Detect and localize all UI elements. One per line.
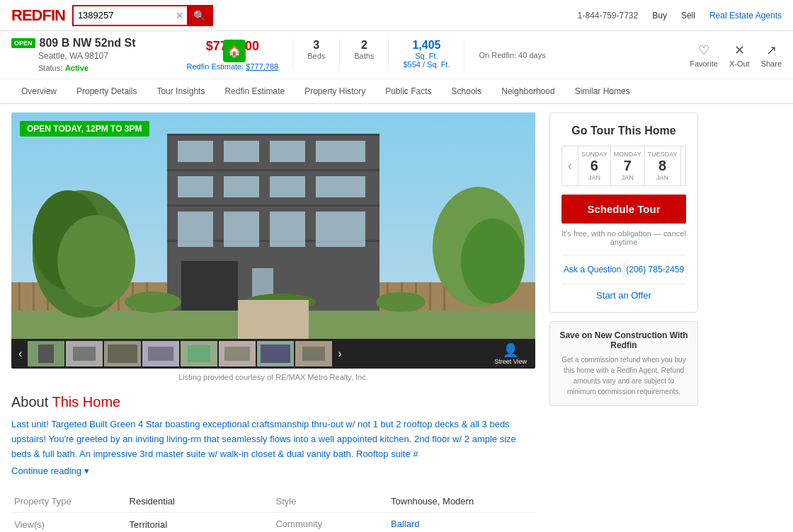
svg-rect-10 bbox=[316, 141, 365, 162]
open-today-badge: OPEN TODAY, 12PM TO 3PM bbox=[20, 121, 149, 137]
date-day-label: MONDAY bbox=[614, 151, 641, 158]
svg-point-43 bbox=[125, 291, 181, 313]
date-month-label: JAN bbox=[648, 174, 678, 181]
svg-rect-60 bbox=[261, 345, 290, 363]
nav-sell[interactable]: Sell bbox=[681, 11, 695, 21]
ask-question-link[interactable]: Ask a Question bbox=[561, 265, 624, 274]
thumbnail-8[interactable] bbox=[295, 341, 332, 366]
date-number: 8 bbox=[648, 158, 678, 174]
share-button[interactable]: ↗ Share bbox=[761, 42, 782, 68]
thumbnail-1[interactable] bbox=[28, 341, 64, 366]
date-monday[interactable]: MONDAY 7 JAN bbox=[611, 146, 645, 185]
main-photo bbox=[11, 112, 535, 339]
thumbnail-4[interactable] bbox=[142, 341, 179, 366]
start-offer-link[interactable]: Start an Offer bbox=[561, 290, 686, 301]
svg-rect-62 bbox=[302, 347, 325, 361]
property-street: 809 B NW 52nd St bbox=[40, 37, 136, 50]
beds-value: 3 bbox=[307, 39, 325, 52]
search-box: ✕ 🔍 bbox=[72, 5, 213, 26]
detail-label: Property Type bbox=[11, 490, 127, 513]
thumbnail-7[interactable] bbox=[257, 341, 294, 366]
date-number: 6 bbox=[581, 158, 607, 174]
date-sunday[interactable]: SUNDAY 6 JAN bbox=[578, 146, 611, 185]
street-view-btn[interactable]: 👤 Street View bbox=[489, 342, 532, 365]
date-day-label: SUNDAY bbox=[581, 151, 607, 158]
about-title-prefix: About bbox=[11, 394, 52, 410]
tour-title: Go Tour This Home bbox=[561, 125, 686, 137]
thumb-prev-icon[interactable]: ‹ bbox=[14, 347, 26, 360]
baths-label: Baths bbox=[354, 52, 374, 60]
redfin-estimate[interactable]: Redfin Estimate: $777,788 bbox=[187, 62, 279, 71]
svg-rect-46 bbox=[238, 300, 309, 339]
property-icon: 🏠 bbox=[223, 40, 246, 62]
tab-tour-insights[interactable]: Tour Insights bbox=[147, 79, 215, 103]
status-label: Status: bbox=[38, 64, 62, 72]
xout-button[interactable]: ✕ X-Out bbox=[729, 42, 750, 68]
search-button[interactable]: 🔍 bbox=[187, 6, 212, 25]
details-table: Property Type Residential Style Townhous… bbox=[11, 490, 535, 532]
thumbnail-6[interactable] bbox=[219, 341, 256, 366]
tab-overview[interactable]: Overview bbox=[11, 79, 67, 103]
svg-rect-3 bbox=[167, 134, 380, 136]
svg-rect-24 bbox=[33, 282, 35, 311]
date-next-button[interactable]: › bbox=[680, 146, 686, 185]
svg-rect-14 bbox=[316, 176, 365, 197]
thumbnail-strip: ‹ bbox=[11, 339, 535, 369]
svg-rect-9 bbox=[270, 141, 305, 162]
svg-rect-56 bbox=[188, 345, 210, 362]
sqft-unit: Sq. Ft. bbox=[403, 52, 450, 60]
phone-number[interactable]: (206) 785-2459 bbox=[624, 265, 687, 274]
svg-point-40 bbox=[57, 215, 135, 307]
property-city: Seattle, WA 98107 bbox=[38, 51, 108, 61]
tab-property-details[interactable]: Property Details bbox=[67, 79, 147, 103]
open-badge: OPEN bbox=[11, 38, 35, 48]
about-title-highlight: This Home bbox=[52, 394, 120, 410]
thumbnail-5[interactable] bbox=[181, 341, 217, 366]
search-input[interactable] bbox=[74, 7, 173, 23]
tab-redfin-estimate[interactable]: Redfin Estimate bbox=[215, 79, 295, 103]
redfin-promo-box: Save on New Construction With Redfin Get… bbox=[549, 321, 698, 406]
price-sqft: $554 / Sq. Ft. bbox=[403, 60, 450, 69]
svg-rect-15 bbox=[178, 212, 213, 247]
favorite-button[interactable]: ♡ Favorite bbox=[690, 42, 718, 68]
svg-rect-8 bbox=[224, 141, 259, 162]
detail-value: Townhouse, Modern bbox=[388, 490, 535, 513]
clear-search-icon[interactable]: ✕ bbox=[173, 10, 187, 21]
tab-schools[interactable]: Schools bbox=[442, 79, 492, 103]
tour-disclaimer: It's free, with no obligation — cancel a… bbox=[561, 229, 686, 246]
schedule-tour-button[interactable]: Schedule Tour bbox=[561, 195, 686, 224]
tab-similar-homes[interactable]: Similar Homes bbox=[565, 79, 640, 103]
tab-neighborhood[interactable]: Neighborhood bbox=[491, 79, 564, 103]
header: REDFIN ✕ 🔍 1-844-759-7732 Buy Sell Real … bbox=[0, 0, 793, 31]
nav-agents[interactable]: Real Estate Agents bbox=[709, 11, 782, 21]
street-view-icon: 👤 bbox=[503, 342, 518, 358]
nav-buy[interactable]: Buy bbox=[652, 11, 667, 21]
svg-rect-48 bbox=[38, 345, 54, 363]
date-month-label: JAN bbox=[614, 174, 641, 181]
detail-label: Community bbox=[273, 513, 388, 532]
about-section: About This Home Last unit! Targeted Buil… bbox=[11, 386, 535, 485]
svg-rect-54 bbox=[148, 347, 173, 361]
tab-property-history[interactable]: Property History bbox=[295, 79, 375, 103]
detail-label: View(s) bbox=[11, 513, 127, 532]
redfin-logo[interactable]: REDFIN bbox=[11, 6, 65, 25]
on-redfin: On Redfin: 40 days bbox=[479, 51, 545, 59]
chevron-down-icon: ▾ bbox=[84, 466, 89, 476]
sqft-value: 1,405 bbox=[403, 39, 450, 52]
thumb-next-icon[interactable]: › bbox=[333, 347, 346, 360]
detail-value: Ballard bbox=[388, 513, 535, 532]
thumbnail-2[interactable] bbox=[66, 341, 103, 366]
date-tuesday[interactable]: TUESDAY 8 JAN bbox=[645, 146, 680, 185]
left-content: OPEN TODAY, 12PM TO 3PM bbox=[11, 112, 535, 532]
svg-rect-36 bbox=[429, 282, 431, 311]
date-prev-button[interactable]: ‹ bbox=[562, 146, 578, 185]
right-sidebar: Go Tour This Home ‹ SUNDAY 6 JAN MONDAY … bbox=[549, 112, 698, 532]
property-header: OPEN 809 B NW 52nd St Seattle, WA 98107 … bbox=[0, 31, 793, 79]
svg-rect-52 bbox=[108, 345, 137, 363]
thumbnail-3[interactable] bbox=[104, 341, 141, 366]
property-image-container: OPEN TODAY, 12PM TO 3PM bbox=[11, 112, 535, 369]
svg-rect-17 bbox=[270, 212, 305, 247]
share-icon: ↗ bbox=[766, 42, 777, 58]
continue-reading[interactable]: Continue reading ▾ bbox=[11, 466, 535, 476]
tab-public-facts[interactable]: Public Facts bbox=[375, 79, 441, 103]
